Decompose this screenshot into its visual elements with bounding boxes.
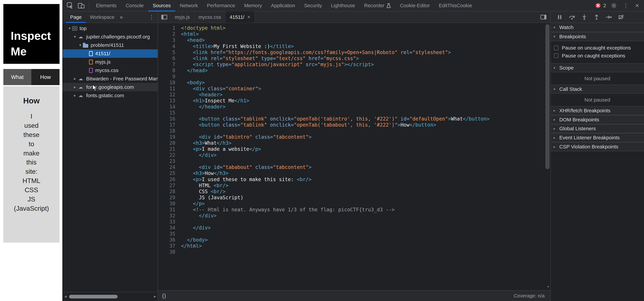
section-scope[interactable]: ▾Scope [551, 63, 644, 72]
scroll-down-icon[interactable]: ▼ [547, 285, 550, 288]
line-number[interactable]: 31 [158, 207, 181, 213]
caret-right-icon[interactable]: ▸ [72, 85, 78, 89]
line-number[interactable]: 11 [158, 86, 181, 92]
navigator-menu-icon[interactable]: ⋮ [148, 14, 156, 21]
tab-recorder[interactable]: Recorder [360, 0, 396, 12]
toggle-debugger-sidebar-icon[interactable] [540, 14, 547, 21]
section-xhr-fetch-breakpoints[interactable]: ▸XHR/fetch Breakpoints [551, 106, 644, 115]
line-number[interactable]: 35 [158, 231, 181, 237]
toggle-navigator-icon[interactable] [160, 14, 168, 21]
line-number[interactable]: 25 [158, 170, 181, 176]
close-devtools-icon[interactable]: × [634, 2, 640, 9]
tab-security[interactable]: Security [300, 0, 326, 12]
line-number[interactable]: 6 [158, 55, 181, 62]
line-number[interactable]: 22 [158, 152, 181, 158]
file-tab-mycss-css[interactable]: mycss.css [194, 12, 226, 23]
line-number[interactable]: 17 [158, 122, 181, 128]
tab-performance[interactable]: Performance [202, 0, 240, 12]
line-number[interactable]: 18 [158, 128, 181, 134]
tab-application[interactable]: Application [266, 0, 300, 12]
tree-item-mycss-css[interactable]: mycss.css [63, 66, 158, 75]
line-number[interactable]: 21 [158, 146, 181, 152]
close-tab-icon[interactable]: × [247, 14, 250, 20]
line-number[interactable]: 14 [158, 104, 181, 110]
checkbox-pause-on-caught-exceptions[interactable]: Pause on caught exceptions [551, 52, 644, 60]
overflow-menu-icon[interactable]: ⋮ [622, 2, 630, 9]
caret-down-icon[interactable]: ▾ [67, 26, 72, 31]
section-watch[interactable]: ▾Watch [551, 23, 644, 32]
tree-item-problem-41511[interactable]: ▾problem/41511 [63, 41, 158, 49]
pause-icon[interactable] [556, 14, 563, 21]
editor-vscrollbar[interactable]: ▼ [546, 24, 550, 288]
section-breakpoints[interactable]: ▾Breakpoints [551, 32, 644, 41]
tab-console[interactable]: Console [121, 0, 148, 12]
preview-tab-what[interactable]: What [3, 69, 32, 85]
navigator-hscrollbar[interactable]: ◀ ▶ [63, 292, 158, 301]
line-number[interactable]: 10 [158, 80, 181, 86]
line-number[interactable]: 5 [158, 49, 181, 55]
tab-memory[interactable]: Memory [240, 0, 266, 12]
step-icon[interactable] [606, 14, 612, 21]
tab-sources[interactable]: Sources [148, 0, 176, 12]
line-number[interactable]: 28 [158, 188, 181, 195]
vscroll-thumb[interactable] [546, 24, 550, 169]
tab-editthiscookie[interactable]: EditThisCookie [434, 0, 476, 12]
hscroll-thumb[interactable] [69, 295, 118, 298]
section-call-stack[interactable]: ▾Call Stack [551, 85, 644, 94]
step-into-icon[interactable] [581, 14, 588, 21]
section-event-listener-breakpoints[interactable]: ▸Event Listener Breakpoints [551, 133, 644, 142]
tab-network[interactable]: Network [175, 0, 202, 12]
line-number[interactable]: 33 [158, 219, 181, 225]
code-lines[interactable]: 1<!doctype html>2<html>3 <head>4 <title>… [158, 23, 550, 290]
preview-tab-how[interactable]: How [31, 69, 60, 85]
navigator-tab-workspace[interactable]: Workspace [86, 12, 118, 23]
line-number[interactable]: 13 [158, 98, 181, 104]
file-tab-myjs-js[interactable]: myjs.js [170, 12, 194, 23]
step-over-icon[interactable] [568, 14, 576, 21]
tab-lighthouse[interactable]: Lighthouse [326, 0, 360, 12]
tree-item-top[interactable]: ▾top [63, 24, 158, 33]
line-number[interactable]: 7 [158, 62, 181, 68]
line-number[interactable]: 16 [158, 116, 181, 122]
checkbox[interactable] [554, 46, 558, 50]
scroll-right-icon[interactable]: ▶ [152, 295, 158, 298]
inspect-icon[interactable] [66, 2, 74, 9]
line-number[interactable]: 23 [158, 158, 181, 164]
scroll-left-icon[interactable]: ◀ [63, 295, 68, 298]
line-number[interactable]: 4 [158, 43, 181, 49]
step-out-icon[interactable] [593, 14, 600, 21]
more-tabs-icon[interactable]: » [118, 14, 124, 20]
settings-gear-icon[interactable] [610, 2, 618, 9]
hscroll-track[interactable] [68, 295, 152, 298]
line-number[interactable]: 1 [158, 25, 181, 31]
navigator-tab-page[interactable]: Page [66, 12, 86, 23]
line-number[interactable]: 2 [158, 31, 181, 37]
tab-cookie-editor[interactable]: Cookie-Editor [396, 0, 434, 12]
tree-item-bitwarden-free-password-mana[interactable]: ▸☁Bitwarden - Free Password Mana [63, 75, 158, 83]
line-number[interactable]: 34 [158, 225, 181, 231]
tree-item-fonts-gstatic-com[interactable]: ▸☁fonts.gstatic.com [63, 91, 158, 100]
caret-right-icon[interactable]: ▸ [72, 93, 78, 98]
tree-item-myjs-js[interactable]: myjs.js [63, 58, 158, 66]
line-number[interactable]: 9 [158, 74, 181, 80]
section-global-listeners[interactable]: ▸Global Listeners [551, 124, 644, 133]
section-dom-breakpoints[interactable]: ▸DOM Breakpoints [551, 115, 644, 124]
checkbox[interactable] [554, 53, 558, 58]
deactivate-icon[interactable] [618, 14, 625, 21]
section-csp-violation-breakpoints[interactable]: ▸CSP Violation Breakpoints [551, 142, 644, 151]
tree-item-fonts-googleapis-com[interactable]: ▸☁fonts.googleapis.com [63, 83, 158, 91]
tree-item-jupiter-challenges-picoctf-org[interactable]: ▾☁jupiter.challenges.picoctf.org [63, 33, 158, 41]
line-number[interactable]: 32 [158, 213, 181, 219]
device-toolbar-icon[interactable] [78, 2, 85, 9]
line-number[interactable]: 29 [158, 195, 181, 201]
line-number[interactable]: 20 [158, 140, 181, 146]
tab-elements[interactable]: Elements [92, 0, 121, 12]
line-number[interactable]: 37 [158, 243, 181, 249]
caret-right-icon[interactable]: ▸ [72, 77, 78, 81]
line-number[interactable]: 38 [158, 249, 181, 255]
errors-badge[interactable]: 2 [594, 2, 606, 9]
line-number[interactable]: 27 [158, 182, 181, 188]
line-number[interactable]: 12 [158, 92, 181, 98]
file-tab-41511[interactable]: 41511/× [226, 12, 255, 23]
line-number[interactable]: 8 [158, 68, 181, 74]
